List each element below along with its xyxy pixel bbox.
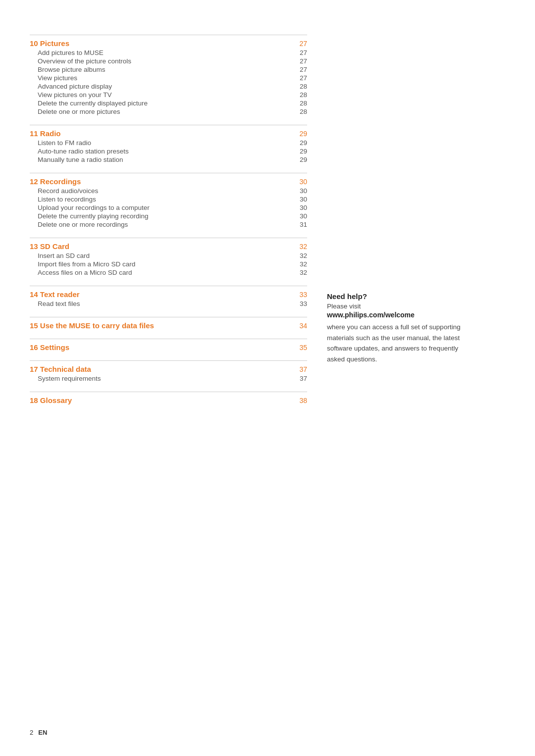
- toc-item-page: 30: [295, 204, 307, 211]
- toc-header-page: 32: [295, 243, 307, 251]
- toc-item-row: Listen to recordings30: [30, 195, 307, 203]
- toc-item-label: Add pictures to MUSE: [38, 49, 104, 56]
- toc-item-label: Overview of the picture controls: [38, 57, 131, 65]
- toc-item-row: Browse picture albums27: [30, 65, 307, 74]
- toc-item-label: Listen to FM radio: [38, 139, 91, 147]
- help-desc: where you can access a full set of suppo…: [327, 322, 476, 364]
- toc-item-label: Delete one or more pictures: [38, 108, 120, 115]
- toc-item-row: System requirements37: [30, 374, 307, 383]
- toc-section-18: 18 Glossary38: [30, 392, 307, 404]
- toc-header-page: 33: [295, 291, 307, 299]
- toc-item-page: 27: [295, 66, 307, 73]
- toc-item-page: 29: [295, 139, 307, 147]
- toc-item-page: 27: [295, 57, 307, 65]
- toc-header-page: 29: [295, 130, 307, 138]
- toc-header-title: 17 Technical data: [30, 365, 91, 373]
- toc-header-row: 18 Glossary38: [30, 396, 307, 404]
- footer-language: EN: [38, 729, 47, 736]
- toc-item-page: 37: [295, 375, 307, 382]
- toc-item-page: 27: [295, 49, 307, 56]
- toc-item-row: Listen to FM radio29: [30, 139, 307, 147]
- toc-item-label: Browse picture albums: [38, 66, 106, 73]
- toc-header-row: 17 Technical data37: [30, 365, 307, 373]
- toc-item-label: Listen to recordings: [38, 196, 96, 203]
- toc-divider: [30, 125, 307, 125]
- toc-item-row: Read text files33: [30, 300, 307, 308]
- toc-item-row: Delete one or more recordings31: [30, 220, 307, 229]
- toc-header-title: 13 SD Card: [30, 242, 69, 251]
- toc-item-page: 30: [295, 212, 307, 220]
- toc-item-row: Upload your recordings to a computer30: [30, 203, 307, 212]
- toc-header-page: 37: [295, 365, 307, 373]
- toc-item-page: 28: [295, 100, 307, 107]
- toc-item-row: Record audio/voices30: [30, 187, 307, 195]
- toc-item-label: Auto-tune radio station presets: [38, 148, 129, 155]
- toc-section-16: 16 Settings35: [30, 339, 307, 352]
- toc-item-row: Import files from a Micro SD card32: [30, 260, 307, 268]
- toc-item-label: Upload your recordings to a computer: [38, 204, 150, 211]
- toc-section-12: 12 Recordings30Record audio/voices30List…: [30, 173, 307, 229]
- toc-item-page: 32: [295, 269, 307, 276]
- toc-item-label: Advanced picture display: [38, 83, 112, 90]
- toc-section-10: 10 Pictures27Add pictures to MUSE27Overv…: [30, 35, 307, 116]
- help-title: Need help?: [327, 292, 505, 301]
- toc-item-page: 30: [295, 187, 307, 195]
- toc-section-17: 17 Technical data37System requirements37: [30, 360, 307, 383]
- toc-header-title: 12 Recordings: [30, 177, 81, 186]
- toc-item-row: Manually tune a radio station29: [30, 155, 307, 164]
- toc-item-label: View pictures: [38, 74, 77, 82]
- toc-header-row: 14 Text reader33: [30, 290, 307, 299]
- toc-divider: [30, 35, 307, 35]
- toc-divider: [30, 360, 307, 361]
- toc-item-page: 31: [295, 221, 307, 228]
- toc-header-title: 11 Radio: [30, 129, 61, 138]
- toc-header-row: 11 Radio29: [30, 129, 307, 138]
- toc-section-13: 13 SD Card32Insert an SD card32Import fi…: [30, 238, 307, 277]
- toc-item-page: 27: [295, 74, 307, 82]
- help-column: Need help? Please visit www.philips.com/…: [307, 35, 505, 413]
- toc-item-row: Delete the currently displayed picture28: [30, 99, 307, 107]
- toc-item-label: Access files on a Micro SD card: [38, 269, 132, 276]
- toc-header-row: 13 SD Card32: [30, 242, 307, 251]
- toc-header-row: 16 Settings35: [30, 343, 307, 352]
- toc-divider: [30, 238, 307, 238]
- help-please: Please visit: [327, 302, 505, 310]
- toc-item-page: 30: [295, 196, 307, 203]
- toc-item-label: Delete the currently playing recording: [38, 212, 149, 220]
- toc-item-label: View pictures on your TV: [38, 91, 112, 99]
- toc-header-row: 10 Pictures27: [30, 39, 307, 48]
- page-footer: 2 EN: [30, 729, 47, 736]
- toc-item-label: Delete the currently displayed picture: [38, 100, 148, 107]
- toc-header-title: 14 Text reader: [30, 290, 80, 299]
- toc-item-label: Manually tune a radio station: [38, 156, 123, 163]
- toc-item-page: 32: [295, 260, 307, 268]
- toc-header-title: 16 Settings: [30, 343, 69, 352]
- toc-item-row: View pictures on your TV28: [30, 91, 307, 99]
- toc-item-page: 28: [295, 108, 307, 115]
- footer-page-number: 2: [30, 729, 33, 736]
- toc-header-title: 10 Pictures: [30, 39, 69, 48]
- toc-section-14: 14 Text reader33Read text files33: [30, 286, 307, 308]
- toc-divider: [30, 286, 307, 286]
- toc-divider: [30, 392, 307, 392]
- help-box: Need help? Please visit www.philips.com/…: [327, 292, 505, 364]
- toc-item-label: Read text files: [38, 300, 80, 307]
- toc-item-row: View pictures27: [30, 74, 307, 82]
- toc-header-page: 27: [295, 40, 307, 48]
- toc-item-label: Record audio/voices: [38, 187, 98, 195]
- toc-item-row: Overview of the picture controls27: [30, 57, 307, 65]
- toc-header-title: 18 Glossary: [30, 396, 72, 404]
- toc-column: 10 Pictures27Add pictures to MUSE27Overv…: [30, 35, 307, 413]
- toc-item-page: 28: [295, 91, 307, 99]
- help-url: www.philips.com/welcome: [327, 311, 505, 319]
- toc-item-row: Access files on a Micro SD card32: [30, 268, 307, 277]
- toc-header-page: 38: [295, 397, 307, 404]
- toc-divider: [30, 173, 307, 173]
- toc-item-row: Insert an SD card32: [30, 252, 307, 260]
- toc-header-page: 30: [295, 178, 307, 186]
- toc-header-page: 34: [295, 322, 307, 330]
- toc-item-page: 32: [295, 252, 307, 259]
- toc-item-row: Delete the currently playing recording30: [30, 212, 307, 220]
- toc-item-page: 33: [295, 300, 307, 307]
- toc-divider: [30, 339, 307, 339]
